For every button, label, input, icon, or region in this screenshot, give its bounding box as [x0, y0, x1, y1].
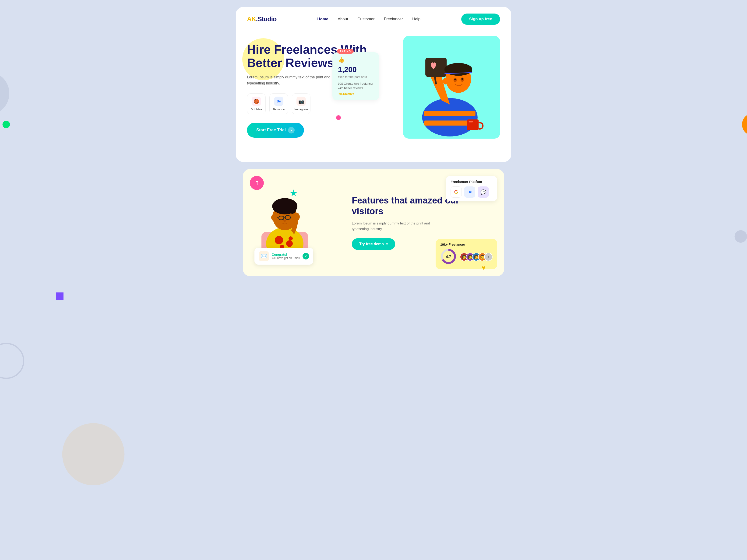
svg-rect-14 [424, 111, 475, 116]
donut-chart: 4.7 [440, 248, 457, 266]
freelancer-count: 10k+ Freelancer [440, 243, 493, 246]
rating-thumb-icon: 👍 [338, 57, 374, 63]
svg-point-24 [461, 78, 463, 80]
nav-link-help[interactable]: Help [412, 17, 420, 21]
rating-number-sub: fixes for the past hour [338, 75, 374, 79]
logo-ak: AK [247, 16, 256, 23]
freelancer-platform-card: Freelancer Platfom G Be 💬 [446, 176, 497, 202]
freelancer-platform-title: Freelancer Platfom [450, 180, 493, 184]
demo-button[interactable]: Try free demo ▾ [352, 238, 395, 250]
svg-point-23 [454, 79, 456, 80]
nav-link-freelancer[interactable]: Freelancer [384, 17, 403, 21]
rating-brand: ✦K.Creative [338, 92, 374, 96]
logo-studio: Studio [257, 16, 276, 23]
platform-instagram[interactable]: 📷 Instagram [292, 93, 310, 114]
platform-logos: G Be 💬 [450, 186, 493, 197]
rating-row-card: 10k+ Freelancer 4.7 👩 👩 👩 👨 + [436, 239, 497, 269]
nav-link-home[interactable]: Home [317, 17, 328, 21]
instagram-icon: 📷 [297, 97, 306, 106]
discord-icon: 💬 [481, 189, 486, 195]
behance-logo: Be [464, 186, 475, 197]
nav-item-freelancer[interactable]: Freelancer [384, 17, 403, 22]
nav-link-customer[interactable]: Customer [357, 17, 375, 21]
hero-subtitle: Lorem Ipsum is simply dummy text of the … [247, 74, 336, 86]
navbar: AK.Studio Home About Customer Freelancer… [236, 7, 511, 31]
rating-badge: RATING [337, 49, 354, 54]
trial-button-arrow-icon: › [288, 127, 294, 133]
avatar-more: + [484, 253, 493, 261]
svg-rect-7 [56, 292, 63, 300]
svg-rect-26 [467, 119, 479, 130]
nav-item-home[interactable]: Home [317, 17, 328, 22]
svg-point-3 [742, 113, 747, 136]
congrats-check-icon: ✓ [303, 253, 309, 260]
svg-point-5 [735, 230, 747, 243]
svg-point-37 [288, 203, 297, 214]
behance-logo-label: Be [468, 190, 472, 194]
hero-character-illustration [404, 41, 495, 139]
logo: AK.Studio [247, 16, 276, 23]
congrats-title: Congrats! [272, 253, 300, 257]
rating-score: 4.7 👩 👩 👩 👨 + [440, 248, 493, 266]
signup-button[interactable]: Sign up free [461, 14, 500, 25]
hero-section: Hire Freelances With Better Reviews Lore… [236, 31, 511, 162]
nav-item-about[interactable]: About [338, 17, 348, 22]
congrats-text: Congrats! You have got an Email [272, 253, 300, 260]
heart-icon: ♥ [482, 264, 486, 272]
features-left: ✉️ Congrats! You have got an Email ✓ [254, 181, 338, 265]
svg-rect-19 [444, 68, 472, 72]
congrats-subtitle: You have got an Email [272, 257, 300, 260]
demo-button-label: Try free demo [359, 242, 384, 246]
hero-right [386, 36, 500, 148]
nav-item-help[interactable]: Help [412, 17, 420, 22]
platform-dribbble[interactable]: 🏀 Dribbble [247, 93, 266, 114]
svg-point-33 [288, 236, 293, 241]
svg-point-30 [275, 236, 283, 244]
svg-point-44 [271, 214, 276, 221]
svg-point-0 [0, 72, 9, 115]
google-logo: G [450, 186, 462, 197]
svg-point-43 [283, 220, 286, 222]
rating-description: 90$ Clients hire freelancer with better … [338, 81, 374, 90]
svg-point-31 [286, 240, 293, 247]
svg-point-25 [443, 78, 448, 84]
dribbble-icon: 🏀 [252, 97, 261, 106]
nav-item-customer[interactable]: Customer [357, 17, 375, 22]
demo-button-chevron-icon: ▾ [386, 242, 388, 246]
dribbble-label: Dribbble [251, 108, 262, 111]
svg-point-13 [422, 98, 478, 136]
google-g-icon: G [454, 189, 458, 195]
svg-rect-16 [425, 58, 446, 77]
svg-point-9 [0, 344, 24, 378]
platform-behance[interactable]: Bé Behance [269, 93, 288, 114]
behance-icon: Bé [274, 97, 283, 106]
discord-logo: 💬 [478, 186, 489, 197]
rating-number-value: 1,200 [338, 65, 357, 74]
features-section: ↗ ★ [243, 169, 504, 276]
congrats-email-icon: ✉️ [259, 251, 269, 261]
instagram-label: Instagram [294, 108, 308, 111]
rating-card: RATING 👍 1,200 fixes for the past hour 9… [332, 52, 379, 100]
woman-illustration: ✉️ Congrats! You have got an Email ✓ [254, 181, 315, 265]
behance-label: Behance [273, 108, 285, 111]
nav-links: Home About Customer Freelancer Help [317, 17, 420, 22]
trial-button[interactable]: Start Free Trial › [247, 123, 304, 138]
features-subtitle: Lorem Ipsum is simply dummy text of the … [352, 220, 434, 232]
svg-rect-27 [468, 121, 473, 122]
rating-number: 1,200 fixes for the past hour [338, 64, 374, 79]
svg-point-10 [62, 423, 125, 485]
svg-point-2 [3, 121, 10, 128]
score-number: 4.7 [446, 255, 451, 259]
congrats-card: ✉️ Congrats! You have got an Email ✓ [254, 248, 313, 265]
nav-link-about[interactable]: About [338, 17, 348, 21]
trial-button-label: Start Free Trial [256, 128, 286, 133]
freelancer-avatars: 👩 👩 👩 👨 + [460, 253, 493, 261]
